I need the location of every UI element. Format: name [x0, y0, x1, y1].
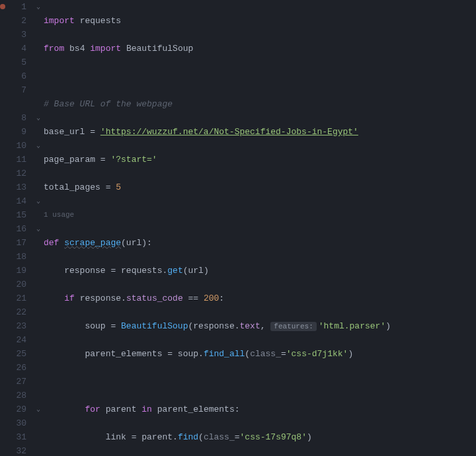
fold-marker[interactable]: ⌄: [33, 139, 44, 153]
usage-hint[interactable]: 1 usage: [44, 208, 476, 222]
breakpoint-marker[interactable]: [0, 4, 5, 9]
line-number[interactable]: 32: [8, 444, 26, 456]
line-number[interactable]: 18: [8, 250, 26, 264]
fold-column[interactable]: ⌄ ⌄ ⌄ ⌄ ⌄ ⌄: [33, 0, 44, 456]
code-line[interactable]: for parent in parent_elements:: [44, 402, 476, 416]
code-line[interactable]: # Base URL of the webpage: [44, 97, 476, 111]
code-line[interactable]: def scrape_page(url):: [44, 236, 476, 250]
line-number[interactable]: 25: [8, 347, 26, 361]
code-line[interactable]: if response.status_code == 200:: [44, 291, 476, 305]
line-number[interactable]: 5: [8, 56, 26, 69]
breakpoint-column[interactable]: [0, 0, 8, 456]
code-line[interactable]: total_pages = 5: [44, 180, 476, 194]
fold-marker[interactable]: ⌄: [33, 111, 44, 125]
code-editor[interactable]: 1 2 3 4 5 6 7 8 9 10 11 12 13 14 15 16 1…: [0, 0, 476, 456]
line-number[interactable]: 16: [8, 222, 26, 236]
line-number-gutter[interactable]: 1 2 3 4 5 6 7 8 9 10 11 12 13 14 15 16 1…: [8, 0, 33, 456]
code-line[interactable]: response = requests.get(url): [44, 264, 476, 278]
line-number[interactable]: 12: [8, 167, 26, 180]
code-line[interactable]: [44, 375, 476, 389]
code-line[interactable]: [44, 69, 476, 83]
line-number[interactable]: 27: [8, 375, 26, 389]
fold-marker[interactable]: ⌄: [33, 402, 44, 416]
line-number[interactable]: 8: [8, 111, 26, 125]
code-line[interactable]: parent_elements = soup.find_all(class_='…: [44, 347, 476, 361]
fold-marker[interactable]: ⌄: [33, 222, 44, 236]
line-number[interactable]: 14: [8, 194, 26, 208]
line-number[interactable]: 22: [8, 305, 26, 319]
inline-hint: features:: [270, 322, 316, 331]
line-number[interactable]: 11: [8, 153, 26, 167]
code-area[interactable]: import requests from bs4 import Beautifu…: [44, 0, 476, 456]
line-number[interactable]: 3: [8, 28, 26, 42]
line-number[interactable]: 30: [8, 416, 26, 430]
line-number[interactable]: 6: [8, 69, 26, 83]
line-number[interactable]: 29: [8, 402, 26, 416]
line-number[interactable]: 7: [8, 83, 26, 97]
line-number[interactable]: 24: [8, 333, 26, 347]
code-line[interactable]: soup = BeautifulSoup(response.text, feat…: [44, 319, 476, 333]
code-line[interactable]: import requests: [44, 14, 476, 28]
line-number[interactable]: 26: [8, 361, 26, 375]
fold-marker[interactable]: ⌄: [33, 194, 44, 208]
line-number[interactable]: 28: [8, 389, 26, 402]
fold-marker[interactable]: ⌄: [33, 0, 44, 14]
line-number[interactable]: 4: [8, 42, 26, 56]
line-number[interactable]: 31: [8, 430, 26, 444]
line-number: [8, 97, 26, 111]
line-number[interactable]: 2: [8, 14, 26, 28]
line-number[interactable]: 20: [8, 278, 26, 291]
code-line[interactable]: page_param = '?start=': [44, 153, 476, 167]
line-number[interactable]: 19: [8, 264, 26, 278]
line-number[interactable]: 21: [8, 291, 26, 305]
code-line[interactable]: link = parent.find(class_='css-17s97q8'): [44, 430, 476, 444]
line-number[interactable]: 15: [8, 208, 26, 222]
line-number[interactable]: 10: [8, 139, 26, 153]
line-number[interactable]: 23: [8, 319, 26, 333]
line-number[interactable]: 1: [8, 0, 26, 14]
line-number[interactable]: 13: [8, 180, 26, 194]
line-number[interactable]: 9: [8, 125, 26, 139]
code-line[interactable]: from bs4 import BeautifulSoup: [44, 42, 476, 56]
code-line[interactable]: base_url = 'https://wuzzuf.net/a/Not-Spe…: [44, 125, 476, 139]
line-number[interactable]: 17: [8, 236, 26, 250]
